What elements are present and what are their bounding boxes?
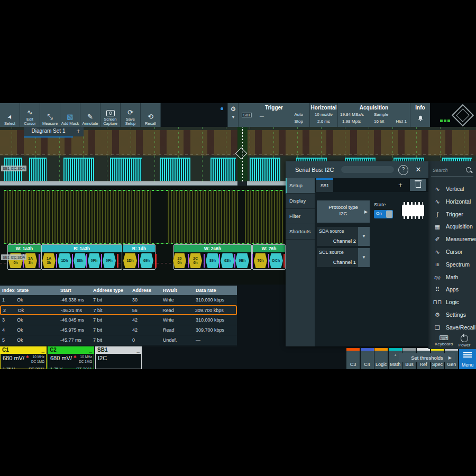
- sidebar-item-trigger[interactable]: ʃTrigger: [428, 208, 476, 221]
- chevron-down-icon[interactable]: ▼: [358, 227, 370, 246]
- sda-source-value: Channel 2: [333, 238, 356, 244]
- channel-button-label: Bus: [402, 362, 416, 367]
- horizontal-info[interactable]: Horizontal 10 ms/div 2.6 ms: [309, 103, 337, 127]
- ack-separator: [56, 254, 57, 268]
- channel-color-strip: [361, 348, 374, 351]
- channel-badge-sb1[interactable]: SB1_I2C: [95, 346, 142, 369]
- sidebar-item-measurement[interactable]: ✐Measurement: [428, 233, 476, 246]
- decode-frame-label: W: 76h: [253, 245, 285, 252]
- dialog-tab-setup[interactable]: Setup: [286, 178, 315, 194]
- splitter-handle[interactable]: [237, 181, 247, 186]
- toolbar-button-screen-capture[interactable]: Screen Capture: [100, 103, 121, 127]
- trigger-info[interactable]: Trigger SB1 — Auto Stop: [238, 103, 309, 127]
- keyboard-button[interactable]: ⌨ Keyboard: [432, 334, 456, 346]
- sidebar-item-logic[interactable]: ⊓⊓Logic: [428, 296, 476, 309]
- menu-button[interactable]: Menu: [459, 348, 476, 369]
- channel-button-logic[interactable]: Logic: [374, 348, 388, 369]
- sidebar-item-vertical[interactable]: ∿Vertical: [428, 182, 476, 196]
- channel-button-c3[interactable]: C3: [346, 348, 360, 369]
- acquisition-info[interactable]: Acquisition 19.84 MSa/s Sample 1.98 Mpts…: [337, 103, 410, 127]
- state-toggle[interactable]: On: [374, 210, 393, 218]
- toolbar-button-measure[interactable]: ⤡Measure: [40, 103, 60, 127]
- sidebar-item-label: Math: [446, 271, 458, 284]
- channel-badge-c2[interactable]: C2_680 mV/✱10 MHzDC 1MΩ1.75 VRT 2011: [48, 346, 94, 369]
- toolbar-gear-button[interactable]: ⚙ ▼: [227, 103, 239, 127]
- power-button[interactable]: Power: [454, 334, 475, 347]
- protocol-label: Protocol type: [317, 204, 370, 210]
- toolbar-button-label: Annotate: [82, 122, 98, 126]
- table-row[interactable]: 3Ok-46.045 ms7 bit42Write310.000 kbps: [0, 315, 237, 325]
- help-button[interactable]: ?: [398, 165, 408, 175]
- table-cell: 3: [0, 317, 15, 323]
- toolbar-button-label: Edit Cursor: [24, 117, 36, 126]
- sidebar-item-acquisition[interactable]: ▦Acquisition: [428, 220, 476, 233]
- column-header-rwbit[interactable]: RWBit: [161, 288, 194, 293]
- tab-diagram-set-1[interactable]: Diagram Set 1: [24, 127, 73, 138]
- info-title: Info: [410, 105, 430, 111]
- toolbar-button-save-setup[interactable]: ⟳Save Setup: [121, 103, 141, 127]
- sidebar-item-math[interactable]: f(x)Math: [428, 271, 476, 284]
- dialog-drag-handle[interactable]: [341, 166, 394, 173]
- sidebar-item-save-recall[interactable]: ❏Save/Recall: [428, 321, 476, 334]
- sidebar-item-horizontal[interactable]: ∿Horizontal: [428, 195, 476, 208]
- toolbar-button-label: Screen Capture: [103, 117, 117, 126]
- decode-data-token: 1Dh: [58, 253, 71, 268]
- sda-source-combo[interactable]: SDA source Channel 2 ▼: [317, 227, 370, 246]
- protocol-type-combo[interactable]: Protocol type I2C ▶: [317, 200, 370, 223]
- sda-waveform-burst: [63, 158, 94, 181]
- table-row[interactable]: 4Ok-45.975 ms7 bit42Read309.700 kbps: [0, 325, 237, 335]
- toolbar-button-add-mask[interactable]: ▧Add Mask: [60, 103, 80, 127]
- toolbar-button-annotate[interactable]: ✎Annotate: [80, 103, 100, 127]
- column-header-data-rate[interactable]: Data rate: [194, 288, 237, 293]
- table-cell: 2: [1, 308, 16, 313]
- channel-color-strip: [374, 348, 388, 351]
- mask-icon: ▧: [67, 112, 73, 122]
- dialog-titlebar[interactable]: Serial Bus: I2C ? ✕: [286, 161, 428, 178]
- delete-bus-button[interactable]: [410, 179, 426, 191]
- search-input[interactable]: Search: [431, 164, 473, 177]
- bus-tab-bar: SB1 +: [315, 178, 428, 192]
- tab-sb1[interactable]: SB1: [316, 178, 333, 192]
- column-header-address[interactable]: Address: [130, 288, 161, 293]
- table-row[interactable]: 5Ok-45.77 ms7 bit0Undef.—: [0, 335, 237, 345]
- scl-source-combo[interactable]: SCL source Channel 1 ▼: [317, 248, 370, 267]
- badge-value: 680 mV/: [3, 355, 24, 361]
- ack-separator: [268, 254, 269, 268]
- table-row[interactable]: 1Ok-46.338 ms7 bit30Write310.000 kbps: [0, 295, 237, 305]
- toolbar-button-recall[interactable]: ⟲Recall: [141, 103, 161, 127]
- add-bus-button[interactable]: +: [395, 180, 406, 190]
- bus-signal-label: SB1 I2C:SDA: [1, 254, 26, 260]
- column-header-index[interactable]: Index: [0, 288, 15, 293]
- toolbar-button-label: Recall: [145, 122, 156, 126]
- table-cell: 7 bit: [91, 317, 130, 323]
- info-section[interactable]: Info: [410, 103, 430, 127]
- column-header-start[interactable]: Start: [58, 288, 91, 293]
- sidebar-item-settings[interactable]: ⚙Settings: [428, 308, 476, 322]
- dialog-tab-filter[interactable]: Filter: [286, 209, 315, 224]
- add-diagram-tab-button[interactable]: +: [73, 127, 84, 136]
- rohde-schwarz-logo: [452, 104, 474, 126]
- column-header-address-type[interactable]: Address type: [91, 288, 130, 293]
- column-header-state[interactable]: State: [15, 288, 58, 293]
- close-icon[interactable]: ✕: [413, 164, 424, 176]
- scl-source-value: Channel 1: [333, 259, 356, 265]
- channel-badge-c1[interactable]: C1_680 mV/✱10 MHzDC 1MΩ1.75 VRT 2011: [0, 346, 47, 369]
- sidebar-item-cursor[interactable]: ∿Cursor: [428, 245, 476, 259]
- set-thresholds-button[interactable]: Set thresholds ▶: [399, 353, 455, 362]
- power-icon: [461, 335, 468, 342]
- toolbar-button-select[interactable]: ➤Select: [0, 103, 20, 127]
- ack-separator: [138, 254, 139, 268]
- table-row[interactable]: 2Ok-46.21 ms7 bit56Read309.700 kbps: [0, 305, 237, 315]
- sidebar-item-spectrum[interactable]: ıIıSpectrum: [428, 258, 476, 271]
- chevron-down-icon[interactable]: ▼: [358, 248, 370, 267]
- sidebar-item-apps[interactable]: ⠿Apps: [428, 283, 476, 296]
- table-cell: Ok: [15, 297, 58, 303]
- toolbar-button-edit-cursor[interactable]: ∿Edit Cursor: [20, 103, 40, 127]
- acq-rate: 19.84 MSa/s: [340, 112, 364, 117]
- table-cell: Write: [161, 317, 194, 323]
- decode-data-token: 69h: [140, 253, 153, 268]
- hamburger-icon: [463, 352, 472, 358]
- dialog-tab-shortcuts[interactable]: Shortcuts: [286, 224, 315, 240]
- dialog-tab-display[interactable]: Display: [286, 194, 315, 209]
- channel-button-c4[interactable]: C4: [361, 348, 374, 369]
